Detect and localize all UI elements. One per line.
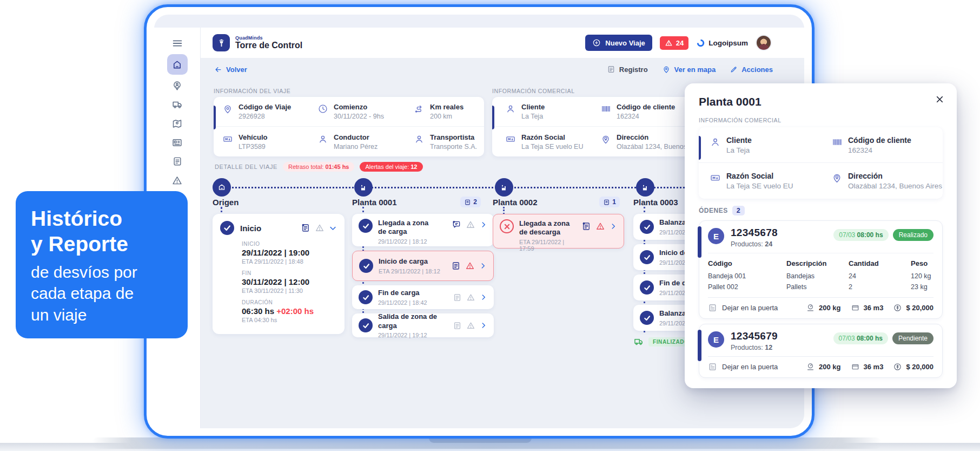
alert-icon[interactable] [315, 223, 325, 233]
scale-icon [806, 362, 815, 371]
actions-button[interactable]: Acciones [730, 66, 773, 74]
page-title: Torre de Control [235, 41, 302, 50]
table-cell: Pallets [786, 283, 849, 291]
sidebar-item-registry[interactable] [167, 133, 188, 152]
alert-icon[interactable] [466, 220, 475, 230]
stage-card[interactable]: Salida de zona de carga29/11/2022 | 19:1… [352, 313, 494, 337]
field-razon-social: Razón SocialLa Teja SE vuelo EU [505, 133, 600, 151]
sidebar-item-map[interactable] [167, 114, 188, 133]
address-pin-icon [831, 172, 843, 184]
chevron-right-icon[interactable] [479, 262, 487, 270]
volume-metric: 36 m3 [851, 303, 884, 312]
order-datetime-badge: 07/03 08:00 hs [833, 332, 888, 344]
alert-icon[interactable] [595, 221, 605, 231]
table-cell: Bandejas [786, 272, 849, 280]
trip-detail-label: DETALLE DEL VIAJE [215, 164, 277, 170]
field-cliente: ClienteLa Teja [710, 136, 831, 154]
license-plate-icon [222, 134, 233, 145]
sidebar-item-home[interactable] [167, 54, 188, 75]
id-card-icon [171, 137, 183, 148]
check-circle-icon [220, 221, 234, 235]
field-direccion: DirecciónOlazábal 1234, Buenos Aires [831, 172, 943, 190]
trip-alerts-badge: Alertas del viaje: 12 [360, 162, 422, 172]
note-icon[interactable] [451, 261, 461, 271]
note-icon[interactable] [453, 321, 462, 330]
alert-icon[interactable] [465, 261, 475, 271]
chevron-right-icon[interactable] [480, 293, 487, 301]
new-trip-button[interactable]: Nuevo Viaje [585, 35, 652, 51]
note-icon[interactable] [581, 221, 591, 231]
price-metric: $ 20,000 [893, 303, 933, 312]
column-origen: Origen Inicio [213, 197, 345, 334]
view-on-map-button[interactable]: Ver en mapa [662, 65, 716, 74]
check-circle-icon [640, 311, 654, 325]
delivery-note: Dejar en la puerta [708, 303, 778, 312]
sidebar-item-drivers[interactable] [167, 76, 188, 95]
alert-icon[interactable] [466, 321, 475, 330]
field-transportista: TransportistaTransporte S.A. [414, 133, 484, 151]
timeline-node-origen[interactable] [213, 178, 231, 197]
app-logo: QuadMinds Torre de Control [213, 34, 302, 51]
license-plate-icon [710, 172, 721, 184]
order-card[interactable]: E 12345678 Productos: 24 07/03 08:00 hs … [699, 220, 943, 319]
orders-count-badge: 2 [732, 206, 745, 215]
stage-card-error[interactable]: Llegada a zona de descargaETA 29/11/2022… [493, 214, 624, 249]
license-plate-icon [505, 134, 516, 145]
factory-icon [500, 183, 509, 192]
card-accent-bar [492, 106, 494, 129]
order-card[interactable]: E 12345679 Productos: 12 07/03 08:00 hs … [699, 324, 943, 378]
field-conductor: ConductorMariano Pérez [317, 133, 414, 151]
table-row: Pallet 002 Pallets 2 23 kg [708, 282, 933, 292]
panel-title: Planta 0001 [699, 95, 943, 108]
sidebar-item-documents[interactable] [167, 152, 188, 171]
chevron-right-icon[interactable] [480, 322, 487, 329]
field-codigo-viaje: Código de Viaje2926928 [222, 103, 317, 120]
user-avatar[interactable] [756, 35, 772, 51]
planta-0001-detail-panel: Planta 0001 INFORMACIÓN COMERCIAL Client… [685, 83, 957, 388]
origen-inicio-card[interactable]: Inicio INICIO 29/11/2022 | 19:00 [213, 214, 345, 334]
comment-icon[interactable] [452, 220, 461, 230]
order-products: Productos: 24 [731, 240, 778, 248]
documents-count-badge[interactable]: 1 [599, 197, 620, 207]
sidebar-item-alerts[interactable] [167, 171, 188, 189]
table-cell: 2 [849, 283, 911, 291]
alerts-counter-badge[interactable]: 24 [660, 36, 688, 50]
documents-count-badge[interactable]: 2 [460, 197, 481, 207]
box-icon [851, 303, 860, 312]
note-icon[interactable] [301, 223, 310, 233]
document-icon [172, 156, 183, 167]
menu-hamburger-icon[interactable] [167, 34, 188, 53]
partner-logo: Logoipsum [696, 38, 748, 48]
order-accent-bar [698, 226, 701, 258]
sidebar-item-fleet[interactable] [167, 95, 188, 114]
timeline-node-planta-0003[interactable] [636, 178, 654, 197]
back-button[interactable]: Volver [214, 66, 247, 74]
barcode-icon [831, 136, 843, 148]
alert-icon[interactable] [466, 293, 475, 302]
document-icon [607, 65, 615, 74]
chevron-right-icon[interactable] [610, 223, 617, 230]
stage-card[interactable]: Llegada a zona de carga29/11/2022 | 18:1… [352, 214, 494, 246]
order-id: 12345678 [731, 227, 778, 239]
volume-metric: 36 m3 [851, 362, 884, 371]
person-pin-icon [171, 80, 183, 91]
error-circle-icon [500, 219, 514, 233]
address-pin-icon [600, 134, 611, 145]
control-tower-logo-icon [213, 34, 230, 51]
chevron-down-icon[interactable] [329, 224, 337, 232]
check-circle-icon [640, 250, 654, 264]
location-pin-icon [222, 103, 233, 114]
note-icon [708, 362, 717, 371]
card-accent-bar [214, 106, 216, 129]
close-icon[interactable] [935, 94, 945, 104]
brand-name: QuadMinds [235, 35, 302, 41]
registry-button[interactable]: Registro [607, 65, 648, 74]
stage-card-alert[interactable]: Inicio de cargaETA 29/11/2022 | 18:12 [352, 251, 494, 281]
timeline-node-planta-0001[interactable] [354, 178, 373, 197]
clock-icon [317, 103, 328, 114]
note-icon[interactable] [453, 293, 462, 302]
timeline-node-planta-0002[interactable] [495, 178, 513, 197]
field-comienzo: Comienzo30/11/2022 - 9hs [317, 103, 414, 120]
stage-card[interactable]: Fin de carga29/11/2022 | 18:42 [352, 285, 494, 309]
chevron-right-icon[interactable] [480, 221, 487, 228]
